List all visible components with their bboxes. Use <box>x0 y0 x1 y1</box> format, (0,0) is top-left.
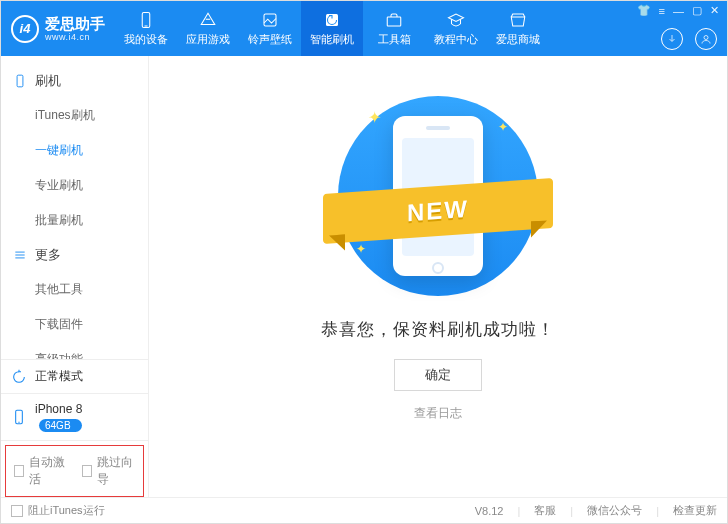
nav-ringtone-wallpaper[interactable]: 铃声壁纸 <box>239 1 301 56</box>
nav-label: 爱思商城 <box>496 32 540 47</box>
flash-options-highlighted: 自动激活 跳过向导 <box>5 445 144 497</box>
nav-shop[interactable]: 爱思商城 <box>487 1 549 56</box>
brand: i4 爱思助手 www.i4.cn <box>1 1 115 56</box>
device-storage-badge: 64GB <box>39 419 82 432</box>
sidebar-section-more: 更多 <box>1 238 148 272</box>
nav-toolbox[interactable]: 工具箱 <box>363 1 425 56</box>
nav-label: 铃声壁纸 <box>248 32 292 47</box>
sidebar-section-flash: 刷机 <box>1 64 148 98</box>
nav-my-device[interactable]: 我的设备 <box>115 1 177 56</box>
nav-apps-games[interactable]: 应用游戏 <box>177 1 239 56</box>
nav-label: 教程中心 <box>434 32 478 47</box>
checkbox-skip-setup[interactable]: 跳过向导 <box>82 454 136 488</box>
sidebar-section-title: 刷机 <box>35 72 61 90</box>
toolbox-icon <box>385 11 403 29</box>
device-row[interactable]: iPhone 8 64GB <box>1 394 148 441</box>
confirm-button[interactable]: 确定 <box>394 359 482 391</box>
sidebar-item-download-firmware[interactable]: 下载固件 <box>1 307 148 342</box>
sidebar-item-advanced[interactable]: 高级功能 <box>1 342 148 359</box>
nav-label: 智能刷机 <box>310 32 354 47</box>
checkbox-auto-activate[interactable]: 自动激活 <box>14 454 68 488</box>
footer: 阻止iTunes运行 V8.12 | 客服 | 微信公众号 | 检查更新 <box>1 497 727 523</box>
close-icon[interactable]: ✕ <box>710 4 719 17</box>
success-title: 恭喜您，保资料刷机成功啦！ <box>321 318 555 341</box>
sidebar-section-title: 更多 <box>35 246 61 264</box>
menu-lines-icon <box>13 248 27 262</box>
brand-url: www.i4.cn <box>45 32 105 42</box>
checkbox-label: 自动激活 <box>29 454 67 488</box>
device-icon <box>137 11 155 29</box>
device-name: iPhone 8 <box>35 402 82 416</box>
sidebar-item-batch-flash[interactable]: 批量刷机 <box>1 203 148 238</box>
user-profile-icon[interactable] <box>695 28 717 50</box>
shop-icon <box>509 11 527 29</box>
download-button-icon[interactable] <box>661 28 683 50</box>
footer-link-check-update[interactable]: 检查更新 <box>673 503 717 518</box>
sidebar-item-oneclick-flash[interactable]: 一键刷机 <box>1 133 148 168</box>
brand-title: 爱思助手 <box>45 15 105 32</box>
checkbox-block-itunes[interactable]: 阻止iTunes运行 <box>11 503 105 518</box>
theme-icon[interactable]: 👕 <box>637 4 651 17</box>
success-illustration: ✦ ✦ ✦ NEW <box>328 96 548 296</box>
menu-icon[interactable]: ≡ <box>659 5 665 17</box>
top-nav: 我的设备 应用游戏 铃声壁纸 智能刷机 工具箱 教程中心 <box>115 1 549 56</box>
svg-rect-0 <box>142 12 150 27</box>
nav-label: 我的设备 <box>124 32 168 47</box>
nav-tutorials[interactable]: 教程中心 <box>425 1 487 56</box>
refresh-icon <box>11 369 27 385</box>
checkbox-box-icon <box>14 465 24 477</box>
device-mode-row[interactable]: 正常模式 <box>1 360 148 394</box>
nav-smart-flash[interactable]: 智能刷机 <box>301 1 363 56</box>
svg-rect-5 <box>387 17 401 26</box>
version-label: V8.12 <box>475 505 504 517</box>
sidebar-item-other-tools[interactable]: 其他工具 <box>1 272 148 307</box>
footer-link-wechat[interactable]: 微信公众号 <box>587 503 642 518</box>
checkbox-label: 跳过向导 <box>97 454 135 488</box>
device-mode-label: 正常模式 <box>35 368 83 385</box>
main-content: ✦ ✦ ✦ NEW 恭喜您，保资料刷机成功啦！ 确定 查看日志 <box>149 56 727 497</box>
svg-rect-7 <box>17 75 23 87</box>
svg-rect-11 <box>16 410 23 423</box>
flash-icon <box>323 11 341 29</box>
sidebar-item-itunes-flash[interactable]: iTunes刷机 <box>1 98 148 133</box>
minimize-icon[interactable]: — <box>673 5 684 17</box>
brand-logo-icon: i4 <box>11 15 39 43</box>
phone-icon <box>13 74 27 88</box>
graduation-icon <box>447 11 465 29</box>
checkbox-label: 阻止iTunes运行 <box>28 503 105 518</box>
wallpaper-icon <box>261 11 279 29</box>
device-phone-icon <box>11 409 27 425</box>
sidebar: 刷机 iTunes刷机 一键刷机 专业刷机 批量刷机 更多 其他工具 下载固件 … <box>1 56 149 497</box>
apps-icon <box>199 11 217 29</box>
sidebar-item-pro-flash[interactable]: 专业刷机 <box>1 168 148 203</box>
footer-link-support[interactable]: 客服 <box>534 503 556 518</box>
nav-label: 工具箱 <box>378 32 411 47</box>
view-log-link[interactable]: 查看日志 <box>414 405 462 422</box>
svg-point-6 <box>704 36 708 40</box>
maximize-icon[interactable]: ▢ <box>692 4 702 17</box>
nav-label: 应用游戏 <box>186 32 230 47</box>
checkbox-box-icon <box>11 505 23 517</box>
checkbox-box-icon <box>82 465 92 477</box>
